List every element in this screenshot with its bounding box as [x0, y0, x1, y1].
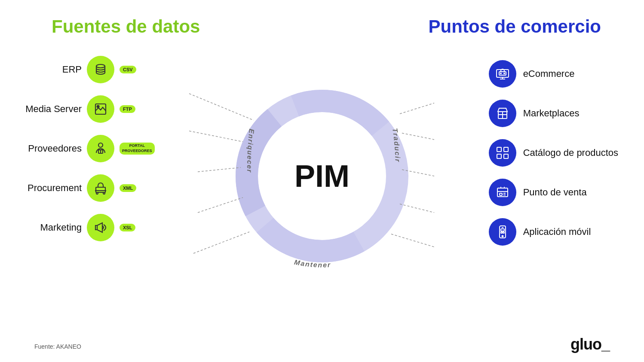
source-media-label: Media Server	[13, 103, 82, 115]
prov-badge: PORTALPROVEEDORES	[120, 143, 155, 154]
svg-point-32	[504, 73, 505, 74]
app-movil-label: Aplicación móvil	[523, 226, 618, 237]
source-erp: ERP CSV	[13, 56, 155, 83]
svg-line-4	[189, 94, 254, 120]
svg-point-25	[96, 192, 98, 194]
punto-venta-label: Punto de venta	[523, 187, 618, 198]
svg-rect-40	[497, 188, 508, 197]
source-marketing: Marketing XSL	[13, 214, 155, 241]
ecommerce-label: eCommerce	[523, 68, 618, 79]
svg-line-8	[193, 232, 249, 253]
svg-line-12	[400, 204, 434, 213]
footer-logo: gluo_	[570, 335, 610, 353]
svg-point-17	[96, 64, 105, 68]
svg-line-7	[198, 198, 243, 213]
media-badge: FTP	[120, 105, 135, 113]
svg-rect-38	[497, 154, 501, 158]
source-procurement: Procurement XML	[13, 174, 155, 202]
svg-rect-48	[501, 232, 502, 233]
source-proveedores: Proveedores PORTALPROVEEDORES	[13, 135, 155, 162]
punto-venta-icon-circle	[489, 179, 516, 206]
svg-point-26	[103, 192, 105, 194]
svg-line-10	[402, 133, 434, 140]
svg-line-9	[400, 103, 434, 114]
svg-rect-39	[504, 154, 508, 158]
marketplaces-label: Marketplaces	[523, 108, 618, 119]
pim-label: PIM	[294, 158, 350, 194]
svg-rect-41	[500, 193, 502, 195]
svg-rect-23	[96, 187, 105, 192]
svg-point-31	[500, 73, 501, 74]
erp-icon-circle	[87, 56, 114, 83]
svg-point-19	[97, 106, 99, 108]
commerce-app-movil: Aplicación móvil	[489, 218, 618, 246]
mkt-icon-circle	[87, 214, 114, 241]
svg-text:Mantener: Mantener	[294, 259, 331, 269]
ecommerce-icon-circle	[489, 60, 516, 88]
svg-rect-36	[497, 147, 501, 152]
right-commerce: eCommerce Marketplaces	[489, 60, 618, 246]
svg-line-11	[402, 170, 434, 176]
source-prov-label: Proveedores	[13, 143, 82, 154]
marketplaces-icon-circle	[489, 100, 516, 127]
footer-source: Fuente: AKANEO	[34, 343, 81, 350]
svg-rect-49	[503, 232, 504, 233]
source-proc-label: Procurement	[13, 183, 82, 194]
svg-rect-37	[504, 147, 508, 152]
svg-point-46	[502, 236, 503, 237]
mkt-badge: XSL	[120, 224, 135, 231]
prov-icon-circle	[87, 135, 114, 162]
catalogo-label: Catálogo de productos	[523, 147, 618, 158]
commerce-ecommerce: eCommerce	[489, 60, 618, 88]
source-media-server: Media Server FTP	[13, 95, 155, 123]
proc-icon-circle	[87, 174, 114, 202]
page: Fuentes de datos Puntos de comercio	[0, 0, 644, 362]
commerce-marketplaces: Marketplaces	[489, 100, 618, 127]
svg-rect-47	[501, 229, 504, 231]
svg-point-20	[98, 143, 103, 147]
svg-rect-27	[497, 70, 509, 77]
source-mkt-label: Marketing	[13, 222, 82, 233]
app-movil-icon-circle	[489, 218, 516, 246]
left-sources: ERP CSV Media Server FTP	[13, 56, 155, 241]
source-erp-label: ERP	[13, 64, 82, 75]
svg-text:Enriquecer: Enriquecer	[246, 128, 255, 173]
media-icon-circle	[87, 95, 114, 123]
header-right-title: Puntos de comercio	[429, 16, 601, 37]
svg-text:Traducir: Traducir	[391, 128, 402, 162]
catalogo-icon-circle	[489, 139, 516, 167]
header-left-title: Fuentes de datos	[52, 16, 200, 37]
svg-line-13	[391, 234, 434, 247]
commerce-catalogo: Catálogo de productos	[489, 139, 618, 167]
commerce-punto-venta: Punto de venta	[489, 179, 618, 206]
svg-line-5	[189, 131, 243, 142]
erp-badge: CSV	[120, 66, 136, 73]
svg-line-6	[198, 167, 241, 172]
proc-badge: XML	[120, 184, 136, 192]
